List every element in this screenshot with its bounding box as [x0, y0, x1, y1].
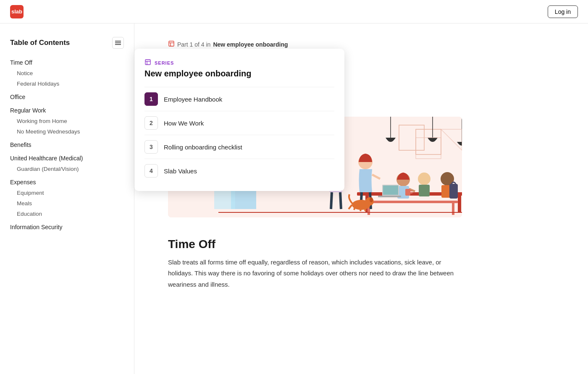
- toc-notice[interactable]: Notice: [10, 68, 124, 78]
- series-breadcrumb[interactable]: Part 1 of 4 in New employee onboarding: [168, 40, 462, 48]
- toc-information-security[interactable]: Information Security: [10, 222, 124, 233]
- dropdown-item-2[interactable]: 2 How We Work: [144, 111, 334, 135]
- logo[interactable]: slab: [10, 5, 24, 18]
- toc-no-meeting-wednesdays[interactable]: No Meeting Wednesdays: [10, 126, 124, 137]
- svg-line-51: [360, 207, 361, 211]
- login-button[interactable]: Log in: [548, 5, 578, 18]
- breadcrumb-text: Part 1 of 4 in: [177, 41, 210, 48]
- toc-regular-work[interactable]: Regular Work: [10, 105, 124, 116]
- hamburger-icon: [115, 42, 121, 43]
- toc-menu-icon[interactable]: [112, 37, 124, 49]
- breadcrumb-series: New employee onboarding: [213, 41, 288, 48]
- sidebar: Table of Contents Time Off Notice Federa…: [0, 24, 134, 324]
- toc-working-from-home[interactable]: Working from Home: [10, 116, 124, 126]
- toc-equipment[interactable]: Equipment: [10, 188, 124, 198]
- header: slab Log in: [0, 0, 588, 24]
- toc-united-healthcare[interactable]: United Healthcare (Medical): [10, 153, 124, 164]
- dropdown-item-1[interactable]: 1 Employee Handbook: [144, 87, 334, 111]
- toc-time-off[interactable]: Time Off: [10, 57, 124, 68]
- svg-line-28: [331, 192, 332, 209]
- toc-benefits[interactable]: Benefits: [10, 139, 124, 150]
- dropdown-num-4: 4: [144, 164, 158, 178]
- svg-rect-22: [361, 201, 458, 203]
- dropdown-item-label-1: Employee Handbook: [164, 96, 222, 103]
- svg-point-41: [418, 173, 430, 185]
- toc-office[interactable]: Office: [10, 92, 124, 102]
- dropdown-num-1: 1: [144, 92, 158, 106]
- svg-line-52: [365, 207, 365, 211]
- toc-federal-holidays[interactable]: Federal Holidays: [10, 78, 124, 89]
- toc-header: Table of Contents: [10, 37, 124, 49]
- svg-rect-57: [383, 186, 398, 195]
- svg-rect-24: [452, 203, 454, 215]
- svg-rect-3: [145, 60, 150, 65]
- svg-line-29: [340, 192, 341, 209]
- toc-guardian[interactable]: Guardian (Dental/Vision): [10, 164, 124, 174]
- dropdown-item-label-3: Rolling onboarding checklist: [164, 144, 242, 151]
- series-icon: [144, 59, 151, 67]
- toc-nav: Time Off Notice Federal Holidays Office …: [10, 57, 124, 233]
- dropdown-series-label: SERIES: [144, 59, 334, 67]
- toc-expenses[interactable]: Expenses: [10, 177, 124, 188]
- svg-point-48: [370, 197, 373, 202]
- dropdown-item-label-4: Slab Values: [164, 167, 197, 175]
- layout: Table of Contents Time Off Notice Federa…: [0, 24, 588, 324]
- toc-education[interactable]: Education: [10, 209, 124, 219]
- svg-rect-45: [449, 184, 458, 199]
- toc-meals[interactable]: Meals: [10, 198, 124, 209]
- svg-rect-21: [458, 196, 461, 212]
- svg-rect-58: [378, 196, 401, 197]
- svg-rect-0: [169, 41, 174, 46]
- toc-title: Table of Contents: [10, 39, 70, 47]
- dropdown-num-3: 3: [144, 140, 158, 154]
- time-off-heading: Time Off: [168, 238, 462, 251]
- main-content: Part 1 of 4 in New employee onboarding S…: [134, 24, 496, 324]
- dropdown-item-label-2: How We Work: [164, 120, 204, 127]
- dropdown-num-2: 2: [144, 116, 158, 130]
- svg-rect-42: [419, 185, 430, 196]
- time-off-text: Slab treats all forms time off equally, …: [168, 257, 462, 290]
- svg-rect-59: [405, 189, 410, 196]
- series-dropdown: SERIES New employee onboarding 1 Employe…: [134, 49, 344, 191]
- series-breadcrumb-icon: [168, 40, 175, 48]
- dropdown-item-4[interactable]: 4 Slab Values: [144, 159, 334, 183]
- dropdown-item-3[interactable]: 3 Rolling onboarding checklist: [144, 135, 334, 159]
- dropdown-series-title: New employee onboarding: [144, 69, 334, 78]
